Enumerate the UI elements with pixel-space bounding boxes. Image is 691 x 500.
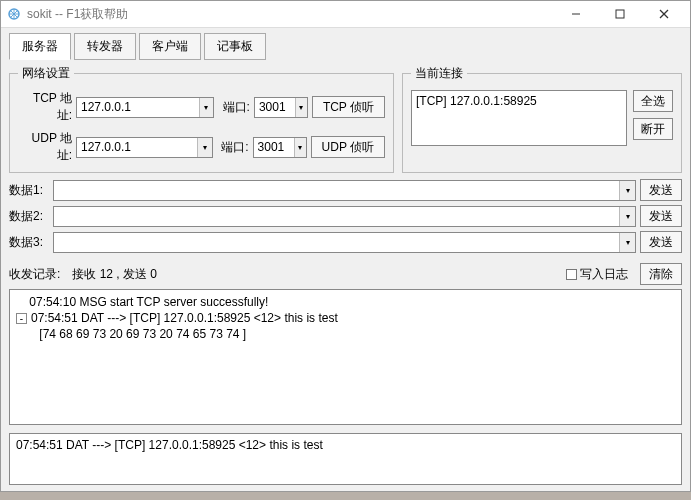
chevron-down-icon[interactable]: ▾ [295,98,307,117]
data-rows: 数据1: ▾ 发送 数据2: ▾ 发送 数据3: ▾ 发送 [9,179,682,257]
select-all-button[interactable]: 全选 [633,90,673,112]
data1-label: 数据1: [9,182,49,199]
send-button-2[interactable]: 发送 [640,205,682,227]
log-line[interactable]: -07:54:51 DAT ---> [TCP] 127.0.0.1:58925… [16,310,675,326]
maximize-button[interactable] [598,1,642,27]
current-connections-group: 当前连接 [TCP] 127.0.0.1:58925 全选 断开 [402,65,682,173]
chevron-down-icon[interactable]: ▾ [619,181,635,200]
svg-rect-2 [616,10,624,18]
chevron-down-icon[interactable]: ▾ [294,138,306,157]
tab-client[interactable]: 客户端 [139,33,201,60]
write-log-checkbox[interactable]: 写入日志 [566,266,628,283]
current-connections-legend: 当前连接 [411,65,467,82]
udp-port-input[interactable] [254,138,294,157]
minimize-button[interactable] [554,1,598,27]
udp-port-combo[interactable]: ▾ [253,137,307,158]
tcp-addr-label: TCP 地址: [18,90,72,124]
chevron-down-icon[interactable]: ▾ [197,138,211,157]
tcp-port-input[interactable] [255,98,295,117]
udp-addr-label: UDP 地址: [18,130,72,164]
data3-input[interactable] [54,233,619,252]
tab-server[interactable]: 服务器 [9,33,71,60]
data2-combo[interactable]: ▾ [53,206,636,227]
write-log-label: 写入日志 [580,266,628,283]
send-button-3[interactable]: 发送 [640,231,682,253]
tab-notepad[interactable]: 记事板 [204,33,266,60]
stats-text: 接收 12 , 发送 0 [72,266,157,283]
clear-button[interactable]: 清除 [640,263,682,285]
log-line[interactable]: [74 68 69 73 20 69 73 20 74 65 73 74 ] [16,326,675,342]
tcp-port-label: 端口: [218,99,250,116]
tcp-addr-input[interactable] [77,98,199,117]
chevron-down-icon[interactable]: ▾ [619,233,635,252]
data1-input[interactable] [54,181,619,200]
log-line[interactable]: 07:54:10 MSG start TCP server successful… [16,294,675,310]
detail-box[interactable]: 07:54:51 DAT ---> [TCP] 127.0.0.1:58925 … [9,433,682,485]
window-title: sokit -- F1获取帮助 [27,6,554,23]
tcp-addr-combo[interactable]: ▾ [76,97,214,118]
tab-bar: 服务器 转发器 客户端 记事板 [1,28,690,59]
tree-collapse-icon[interactable]: - [16,313,27,324]
data1-combo[interactable]: ▾ [53,180,636,201]
data2-input[interactable] [54,207,619,226]
app-window: sokit -- F1获取帮助 服务器 转发器 客户端 记事板 网络设置 TCP… [0,0,691,492]
connection-list[interactable]: [TCP] 127.0.0.1:58925 [411,90,627,146]
close-button[interactable] [642,1,686,27]
udp-addr-input[interactable] [77,138,197,157]
network-settings-legend: 网络设置 [18,65,74,82]
udp-port-label: 端口: [217,139,249,156]
tcp-port-combo[interactable]: ▾ [254,97,308,118]
stats-bar: 收发记录: 接收 12 , 发送 0 写入日志 清除 [1,259,690,289]
network-settings-group: 网络设置 TCP 地址: ▾ 端口: ▾ TCP 侦听 UDP 地址: [9,65,394,173]
tab-forwarder[interactable]: 转发器 [74,33,136,60]
stats-title: 收发记录: [9,266,60,283]
connection-item[interactable]: [TCP] 127.0.0.1:58925 [416,94,622,108]
udp-addr-combo[interactable]: ▾ [76,137,213,158]
chevron-down-icon[interactable]: ▾ [199,98,213,117]
send-button-1[interactable]: 发送 [640,179,682,201]
data2-label: 数据2: [9,208,49,225]
chevron-down-icon[interactable]: ▾ [619,207,635,226]
app-icon [7,7,21,21]
data3-combo[interactable]: ▾ [53,232,636,253]
udp-listen-button[interactable]: UDP 侦听 [311,136,385,158]
disconnect-button[interactable]: 断开 [633,118,673,140]
data3-label: 数据3: [9,234,49,251]
tcp-listen-button[interactable]: TCP 侦听 [312,96,385,118]
titlebar: sokit -- F1获取帮助 [1,1,690,28]
detail-text: 07:54:51 DAT ---> [TCP] 127.0.0.1:58925 … [16,438,323,452]
log-box[interactable]: 07:54:10 MSG start TCP server successful… [9,289,682,425]
checkbox-icon [566,269,577,280]
